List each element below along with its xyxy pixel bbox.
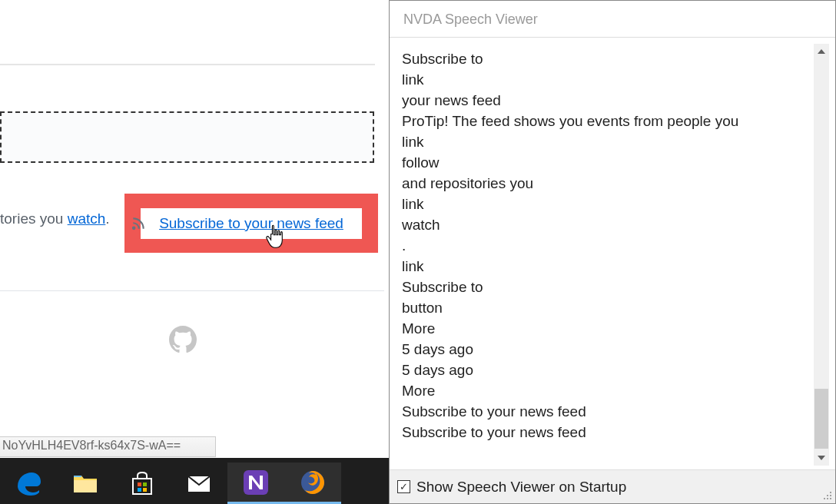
scroll-thumb[interactable] [814,389,828,449]
edge-icon [15,469,42,497]
github-logo-icon [169,326,197,353]
speech-line: Subscribe to your news feed [402,401,806,422]
speech-line: More [402,318,806,339]
section-divider [0,290,384,291]
text-fragment: tories you [0,211,68,227]
speech-line: ProTip! The feed shows you events from p… [402,111,806,131]
windows-taskbar[interactable] [0,458,389,504]
speech-line: Subscribe to [402,48,806,69]
taskbar-mail[interactable] [171,463,227,504]
svg-point-3 [830,495,831,496]
nvda-footer: ✓ Show Speech Viewer on Startup [390,469,835,503]
highlight-inner: Subscribe to your news feed [141,208,362,239]
folder-icon [71,469,99,497]
rss-icon [131,216,146,231]
speech-line: 5 days ago [402,360,806,380]
speech-line: . [402,235,806,256]
annotation-highlight: Subscribe to your news feed [124,194,378,253]
hand-cursor-icon [264,224,287,250]
svg-point-0 [133,227,135,229]
svg-point-4 [824,498,825,499]
nvda-speech-viewer-window: NVDA Speech Viewer Subscribe to link you… [389,0,836,504]
nvda-content-area: Subscribe to link your news feed ProTip!… [390,38,835,470]
svg-point-5 [827,498,828,499]
period: . [105,211,109,227]
speech-line: link [402,256,806,277]
show-on-startup-checkbox[interactable]: ✓ [397,480,410,493]
browser-content: tories you watch. Subscribe to your news… [0,0,389,457]
mail-icon [185,469,213,497]
speech-line: watch [402,214,806,235]
speech-line: link [402,194,806,214]
svg-rect-10 [138,488,141,492]
taskbar-edge[interactable] [0,463,57,504]
svg-point-1 [830,492,831,493]
svg-point-6 [830,498,831,499]
speech-line: link [402,69,806,90]
subscribe-news-feed-link[interactable]: Subscribe to your news feed [159,215,343,232]
nvda-icon [242,469,270,496]
browser-status-bar: NoYvHLH4EV8rf-ks64x7S-wA== [0,436,216,457]
taskbar-file-explorer[interactable] [57,463,114,504]
taskbar-store[interactable] [114,463,171,504]
speech-line: Subscribe to your news feed [402,422,806,443]
svg-rect-8 [138,482,141,486]
scroll-down-button[interactable] [814,450,829,466]
nvda-speech-output[interactable]: Subscribe to link your news feed ProTip!… [396,44,812,470]
scrollbar[interactable] [814,44,829,466]
store-icon [128,469,156,497]
firefox-icon [299,469,327,496]
scroll-up-button[interactable] [814,44,829,59]
svg-rect-7 [74,476,81,477]
speech-line: and repositories you [402,173,806,194]
taskbar-firefox[interactable] [284,463,341,504]
horizontal-divider [0,64,375,65]
speech-line: More [402,380,806,401]
taskbar-nvda[interactable] [227,463,284,504]
svg-rect-9 [143,482,147,486]
resize-grip-icon[interactable] [822,490,833,501]
svg-rect-11 [143,488,147,492]
svg-point-2 [827,495,828,496]
watch-link[interactable]: watch [68,211,106,227]
focus-outline-box [0,111,374,163]
speech-line: Subscribe to [402,277,806,297]
sentence-fragment: tories you watch. [0,211,110,227]
speech-line: 5 days ago [402,339,806,360]
speech-line: your news feed [402,90,806,111]
show-on-startup-label: Show Speech Viewer on Startup [416,479,626,496]
speech-line: button [402,297,806,318]
speech-line: follow [402,152,806,173]
nvda-title-bar[interactable]: NVDA Speech Viewer [390,1,835,38]
speech-line: link [402,131,806,152]
